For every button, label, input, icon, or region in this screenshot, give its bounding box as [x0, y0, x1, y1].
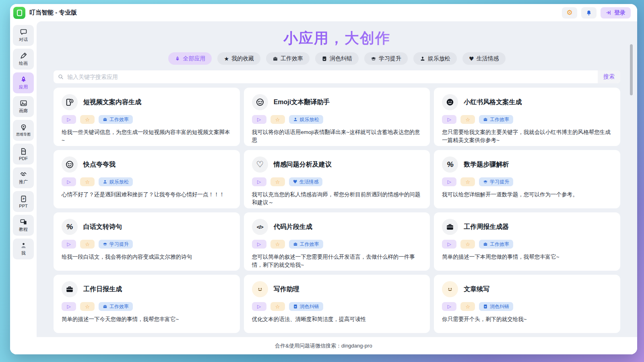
paint-icon	[20, 52, 27, 60]
app-card[interactable]: 短视频文案内容生成 ▷☆工作效率 给我一些关键词信息，为您生成一段短视频内容丰富…	[54, 88, 240, 146]
favorite-button[interactable]: ☆	[460, 115, 475, 124]
run-app-button[interactable]: ▷	[252, 177, 266, 186]
app-card[interactable]: 小红书风格文案生成 ▷☆工作效率 您只需要给我文案的主要关键字，我就会以小红书博…	[434, 88, 620, 146]
app-card[interactable]: ♡情感问题分析及建议 ▷☆♥生活情感 我可以充当您的私人情感咨询师，帮您分析目前…	[244, 150, 430, 208]
category-tag: 润色纠错	[479, 302, 513, 311]
run-app-button[interactable]: ▷	[442, 240, 456, 249]
app-card[interactable]: 工作日报生成 ▷☆工作效率 简单的描述一下今天您做的事情，我帮您丰富它~	[54, 275, 240, 333]
briefcase-icon	[442, 219, 458, 235]
app-title: 文章续写	[464, 285, 489, 294]
sidebar: 对话 绘画 应用 画廊 思维导图 PDF 推广 PPT 教程 我	[10, 21, 37, 354]
tab-all-apps[interactable]: 全部应用	[168, 52, 212, 65]
briefcase-icon	[272, 56, 278, 62]
favorite-button[interactable]: ☆	[460, 302, 475, 311]
play-icon: ▷	[448, 117, 451, 122]
run-app-button[interactable]: ▷	[252, 115, 266, 124]
rocket-icon	[20, 76, 27, 83]
rocket-icon	[175, 56, 180, 62]
favorite-button[interactable]: ☆	[270, 240, 285, 249]
play-icon: ▷	[257, 179, 261, 184]
sidebar-item-chat[interactable]: 对话	[13, 25, 34, 46]
tab-favorites[interactable]: ★我的收藏	[217, 52, 260, 65]
sidebar-item-tutorial[interactable]: 教程	[13, 215, 34, 236]
run-app-button[interactable]: ▷	[442, 115, 456, 124]
favorite-button[interactable]: ☆	[270, 115, 285, 124]
settings-button[interactable]: ⚙	[562, 7, 577, 19]
category-tag: 学习提升	[479, 177, 513, 186]
run-app-button[interactable]: ▷	[442, 302, 456, 311]
play-icon: ▷	[67, 304, 70, 309]
tab-learning[interactable]: 学习提升	[364, 52, 408, 65]
vertical-scrollbar[interactable]	[630, 44, 633, 95]
category-tag: 工作效率	[99, 115, 133, 124]
run-app-button[interactable]: ▷	[62, 177, 76, 186]
app-title: 数学题步骤解析	[464, 160, 509, 169]
sidebar-item-paint[interactable]: 绘画	[13, 49, 34, 70]
run-app-button[interactable]: ▷	[62, 240, 76, 249]
sidebar-item-gallery[interactable]: 画廊	[13, 96, 34, 117]
app-card[interactable]: </>代码片段生成 ▷☆工作效率 您可以简单的叙述一下您需要用什么开发语言，去做…	[244, 212, 430, 271]
run-app-button[interactable]: ▷	[252, 302, 266, 311]
code-icon: </>	[252, 219, 268, 235]
video-phone-icon	[62, 94, 78, 110]
favorite-button[interactable]: ☆	[460, 177, 475, 186]
category-tag: 润色纠错	[289, 302, 323, 311]
footer: 合作&使用问题请微信搜索：dingdang-pro	[10, 337, 637, 354]
run-app-button[interactable]: ▷	[62, 302, 76, 311]
star-icon: ☆	[85, 117, 90, 122]
app-card[interactable]: %数学题步骤解析 ▷☆学习提升 我可以给您详细解开一道数学题，您可以作为一个参考…	[434, 150, 620, 208]
notifications-button[interactable]	[581, 7, 597, 19]
app-description: 优化文本的语法、清晰度和简洁度，提高可读性	[252, 315, 422, 323]
app-card[interactable]: 写作助理 ▷☆润色纠错 优化文本的语法、清晰度和简洁度，提高可读性	[244, 275, 430, 333]
graduation-icon	[371, 56, 376, 62]
app-card[interactable]: 快点夸夸我 ▷☆娱乐放松 心情不好了？还是遇到困难和挫折了？让我夸夸你心情好一点…	[54, 150, 240, 208]
briefcase-icon	[293, 242, 298, 247]
search-button[interactable]: 搜索	[598, 70, 620, 83]
sidebar-item-mindmap[interactable]: 思维导图	[13, 120, 34, 141]
favorite-button[interactable]: ☆	[460, 240, 475, 249]
briefcase-icon	[483, 117, 488, 122]
doc-icon	[293, 304, 298, 309]
sidebar-item-apps[interactable]: 应用	[13, 72, 34, 93]
footer-text: 合作&使用问题请微信搜索：dingdang-pro	[275, 342, 372, 350]
favorite-button[interactable]: ☆	[270, 302, 285, 311]
app-title: 代码片段生成	[274, 223, 312, 231]
favorite-button[interactable]: ☆	[80, 177, 95, 186]
app-title: 白话文转诗句	[83, 223, 122, 231]
sidebar-item-ppt[interactable]: PPT	[13, 191, 34, 212]
favorite-button[interactable]: ☆	[270, 177, 285, 186]
star-icon: ☆	[466, 179, 471, 185]
tab-polish-correct[interactable]: 润色纠错	[315, 52, 359, 65]
run-app-button[interactable]: ▷	[442, 177, 456, 186]
star-icon: ☆	[275, 242, 280, 247]
app-card[interactable]: 工作周报生成器 ▷☆工作效率 简单的描述一下本周您做的事情，我帮您丰富它~	[434, 212, 620, 271]
app-description: 给我一段白话文，我会将你的内容变成温文尔雅的诗句	[62, 253, 232, 261]
app-title: Emoji文本翻译助手	[274, 98, 330, 107]
play-icon: ▷	[67, 179, 70, 184]
dark-face-icon	[442, 94, 458, 110]
run-app-button[interactable]: ▷	[62, 115, 76, 124]
category-tag: 工作效率	[99, 302, 133, 311]
sidebar-item-pdf[interactable]: PDF	[13, 144, 34, 165]
play-icon: ▷	[257, 242, 261, 247]
run-app-button[interactable]: ▷	[252, 240, 266, 249]
app-logo-icon	[13, 7, 25, 19]
category-tag: 工作效率	[289, 240, 323, 249]
favorite-button[interactable]: ☆	[80, 240, 95, 249]
tab-life-emotion[interactable]: ♥生活情感	[462, 52, 506, 65]
search-input[interactable]	[64, 70, 598, 83]
login-button[interactable]: 登录	[601, 7, 631, 19]
favorite-button[interactable]: ☆	[80, 115, 95, 124]
sidebar-item-promotion[interactable]: 推广	[13, 167, 34, 188]
app-card[interactable]: %白话文转诗句 ▷☆学习提升 给我一段白话文，我会将你的内容变成温文尔雅的诗句	[54, 212, 240, 271]
app-card[interactable]: Emoji文本翻译助手 ▷☆娱乐放松 我可以将你的话语用emoji表情翻译出来~…	[244, 88, 430, 146]
briefcase-icon	[483, 242, 488, 247]
bell-icon	[586, 10, 592, 16]
tab-work-efficiency[interactable]: 工作效率	[266, 52, 310, 65]
tab-entertainment[interactable]: 娱乐放松	[413, 52, 457, 65]
favorite-button[interactable]: ☆	[80, 302, 95, 311]
user-icon	[20, 242, 27, 249]
category-tag: 娱乐放松	[99, 177, 133, 186]
sidebar-item-me[interactable]: 我	[13, 239, 34, 259]
app-card[interactable]: 文章续写 ▷☆润色纠错 你只需要开个头，剩下的就交给我~	[434, 275, 620, 333]
